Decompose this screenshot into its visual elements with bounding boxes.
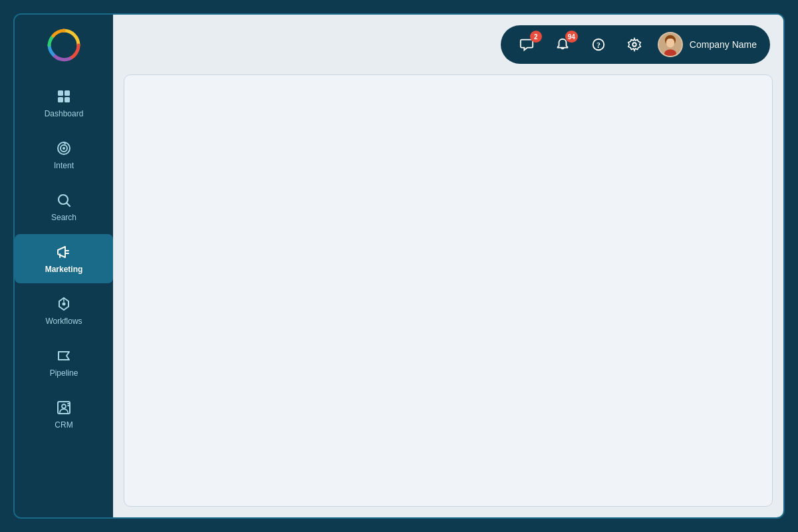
svg-line-10 <box>67 203 70 207</box>
svg-text:?: ? <box>597 41 600 50</box>
messages-badge: 2 <box>530 31 542 43</box>
sidebar-item-pipeline[interactable]: Pipeline <box>15 338 113 387</box>
svg-point-23 <box>632 43 636 47</box>
svg-point-18 <box>62 404 66 408</box>
sidebar-item-label: Pipeline <box>50 368 78 378</box>
avatar <box>658 32 683 57</box>
sidebar-nav: Dashboard Intent <box>15 78 113 439</box>
sidebar: Dashboard Intent <box>15 15 113 517</box>
crm-icon <box>55 399 72 416</box>
sidebar-item-label: Workflows <box>45 317 82 326</box>
sidebar-item-label: Search <box>51 213 76 222</box>
sidebar-item-label: Marketing <box>45 265 83 274</box>
app-container: Dashboard Intent <box>13 13 785 519</box>
workflows-icon <box>55 295 72 313</box>
sidebar-item-label: Intent <box>54 161 74 170</box>
svg-rect-2 <box>65 90 70 96</box>
svg-marker-16 <box>59 352 69 360</box>
notifications-badge: 94 <box>565 31 578 43</box>
notifications-button[interactable]: 94 <box>550 32 575 57</box>
sidebar-item-crm[interactable]: CRM <box>15 390 113 439</box>
messages-button[interactable]: 2 <box>514 32 539 57</box>
company-profile[interactable]: Company Name <box>658 32 757 57</box>
svg-rect-4 <box>65 97 70 102</box>
company-name-label: Company Name <box>690 39 757 50</box>
sidebar-item-label: CRM <box>55 420 72 430</box>
svg-point-26 <box>666 38 675 47</box>
marketing-icon <box>55 243 72 261</box>
main-content: 2 94 ? <box>113 15 783 517</box>
intent-icon <box>55 140 72 157</box>
help-button[interactable]: ? <box>586 32 611 57</box>
pipeline-icon <box>55 347 72 364</box>
app-logo[interactable] <box>47 28 81 63</box>
dashboard-icon <box>55 88 72 105</box>
sidebar-item-dashboard[interactable]: Dashboard <box>15 78 113 128</box>
header: 2 94 ? <box>113 15 783 74</box>
sidebar-item-marketing[interactable]: Marketing <box>15 234 113 283</box>
svg-line-8 <box>64 142 65 144</box>
header-bar: 2 94 ? <box>501 25 770 64</box>
search-icon <box>55 192 72 209</box>
svg-point-7 <box>63 147 65 150</box>
svg-rect-1 <box>58 90 63 96</box>
sidebar-item-label: Dashboard <box>45 109 84 118</box>
sidebar-item-intent[interactable]: Intent <box>15 130 113 180</box>
sidebar-item-workflows[interactable]: Workflows <box>15 286 113 335</box>
content-area <box>124 74 773 507</box>
svg-point-14 <box>63 303 66 306</box>
settings-button[interactable] <box>622 32 647 57</box>
svg-rect-3 <box>58 97 63 102</box>
sidebar-item-search[interactable]: Search <box>15 182 113 231</box>
